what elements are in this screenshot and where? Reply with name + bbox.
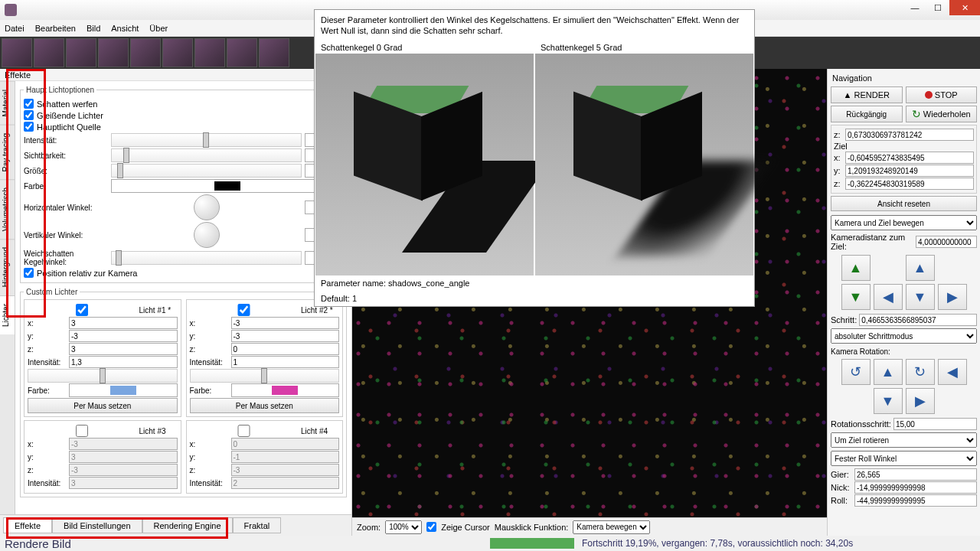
menu-edit[interactable]: Bearbeiten (35, 24, 76, 33)
rot-up-button[interactable]: ▲ (874, 359, 903, 385)
step-mode-select[interactable]: absoluter Schrittmodus (831, 328, 977, 344)
visibility-slider[interactable] (111, 148, 302, 162)
redo-icon: ↻ (912, 108, 921, 120)
target-z[interactable] (845, 178, 974, 190)
tooltip-caption-5: Schattenkegel 5 Grad (534, 41, 754, 54)
vtab-lights[interactable]: Lichter (0, 295, 15, 334)
vtab-material[interactable]: Material (0, 81, 15, 125)
tab-rendering-engine[interactable]: Rendering Engine (142, 517, 233, 533)
nav-header: Navigation (831, 72, 977, 84)
render-button[interactable]: ▲RENDER (831, 86, 903, 103)
light2-y[interactable] (231, 330, 340, 342)
rot-mode-select[interactable]: Um Ziel rotieren (831, 432, 977, 448)
relative-camera-label: Position relativ zur Kamera (37, 269, 137, 278)
light1-slider[interactable] (28, 369, 178, 383)
coord-z1[interactable] (845, 129, 974, 141)
show-cursor-checkbox[interactable] (426, 522, 436, 532)
cast-shadows-checkbox[interactable] (24, 99, 34, 109)
camdist-input[interactable] (916, 236, 977, 248)
cone-slider[interactable] (111, 251, 302, 265)
clickfn-select[interactable]: Kamera bewegen (573, 520, 650, 534)
intensity-slider[interactable] (111, 133, 302, 147)
reset-view-button[interactable]: Ansicht reseten (831, 196, 977, 211)
light2-x[interactable] (231, 317, 340, 329)
zoom-label: Zoom: (357, 523, 381, 532)
vtab-raytracing[interactable]: Ray tracing (0, 125, 15, 180)
vtab-background[interactable]: Hintergrund (0, 239, 15, 295)
undo-button[interactable]: Rückgängig (831, 106, 903, 122)
tab-image-settings[interactable]: Bild Einstellungen (52, 517, 142, 533)
light3-checkbox[interactable] (28, 425, 136, 437)
menu-about[interactable]: Über (149, 24, 168, 33)
glowing-lights-checkbox[interactable] (24, 110, 34, 120)
rot-right-button[interactable]: ▶ (906, 388, 935, 414)
cast-shadows-label: Schatten werfen (37, 99, 98, 109)
yaw-input[interactable] (854, 468, 977, 481)
preset-thumb[interactable] (130, 38, 161, 67)
vtab-volumetric[interactable]: Volumetrisch (0, 179, 15, 239)
rotstep-input[interactable] (893, 418, 977, 430)
light1-checkbox[interactable] (28, 304, 136, 316)
size-slider[interactable] (111, 164, 302, 178)
maximize-button[interactable]: ☐ (926, 0, 949, 15)
target-y[interactable] (845, 165, 974, 177)
preset-thumb[interactable] (66, 38, 96, 67)
move-forward-button[interactable]: ▲ (841, 255, 871, 281)
light4-checkbox[interactable] (190, 425, 299, 437)
light1-mouse-btn[interactable]: Per Maus setzen (28, 398, 178, 413)
camdist-label: Kameradistanz zum Ziel: (831, 233, 913, 251)
close-button[interactable]: ✕ (949, 0, 980, 15)
zoom-select[interactable]: 100% (385, 520, 422, 534)
move-down-button[interactable]: ▼ (906, 284, 935, 310)
move-left-button[interactable]: ◀ (874, 284, 903, 310)
preset-thumb[interactable] (34, 38, 64, 67)
rot-down-button[interactable]: ▼ (874, 388, 903, 414)
light2-checkbox[interactable] (190, 304, 299, 316)
light1-intensity[interactable] (69, 356, 178, 368)
roll-input[interactable] (854, 494, 977, 507)
rot-left-button[interactable]: ◀ (938, 359, 967, 385)
light2-slider[interactable] (190, 369, 340, 383)
main-source-label: Hauptlicht Quelle (37, 122, 101, 132)
hangle-dial[interactable] (194, 194, 220, 220)
roll-mode-select[interactable]: Fester Roll Winkel (831, 451, 977, 466)
light1-y[interactable] (69, 330, 178, 342)
minimize-button[interactable]: — (903, 0, 926, 15)
light1-z[interactable] (69, 343, 178, 355)
stop-button[interactable]: STOP (906, 86, 978, 103)
move-back-button[interactable]: ▼ (841, 284, 871, 310)
vangle-dial[interactable] (194, 222, 220, 248)
main-source-checkbox[interactable] (24, 122, 34, 132)
tab-fractal[interactable]: Fraktal (233, 517, 282, 533)
relative-camera-checkbox[interactable] (24, 268, 34, 278)
pitch-input[interactable] (854, 481, 977, 494)
effects-header: Effekte (0, 69, 351, 81)
light2-color[interactable] (231, 383, 340, 397)
menu-image[interactable]: Bild (87, 24, 100, 33)
preset-thumb[interactable] (227, 38, 257, 67)
light2-z[interactable] (231, 343, 340, 355)
preset-thumb[interactable] (194, 38, 225, 67)
step-input[interactable] (859, 314, 977, 326)
light2-panel: Licht #2 * x: y: z: Intensität: Farbe: P… (186, 299, 344, 417)
preset-thumb[interactable] (162, 38, 193, 67)
light2-intensity[interactable] (231, 356, 340, 368)
target-x[interactable] (845, 152, 974, 164)
tab-effects[interactable]: Effekte (3, 517, 52, 533)
rot-ccw-button[interactable]: ↺ (841, 359, 871, 385)
move-right-button[interactable]: ▶ (938, 284, 967, 310)
preset-thumb[interactable] (98, 38, 129, 67)
move-mode-select[interactable]: Kamera und Ziel bewegen (831, 215, 977, 230)
main-color-swatch[interactable] (111, 179, 343, 193)
light1-color[interactable] (69, 383, 178, 397)
cone-label: Weichschatten Kegelwinkel: (24, 249, 108, 266)
light2-mouse-btn[interactable]: Per Maus setzen (190, 398, 340, 413)
menu-view[interactable]: Ansicht (111, 24, 139, 33)
redo-button[interactable]: ↻Wiederholen (906, 106, 978, 122)
preset-thumb[interactable] (2, 38, 32, 67)
rot-cw-button[interactable]: ↻ (906, 359, 935, 385)
preset-thumb[interactable] (259, 38, 289, 67)
move-up-button[interactable]: ▲ (906, 255, 935, 281)
menu-file[interactable]: Datei (5, 24, 24, 33)
light1-x[interactable] (69, 317, 178, 329)
